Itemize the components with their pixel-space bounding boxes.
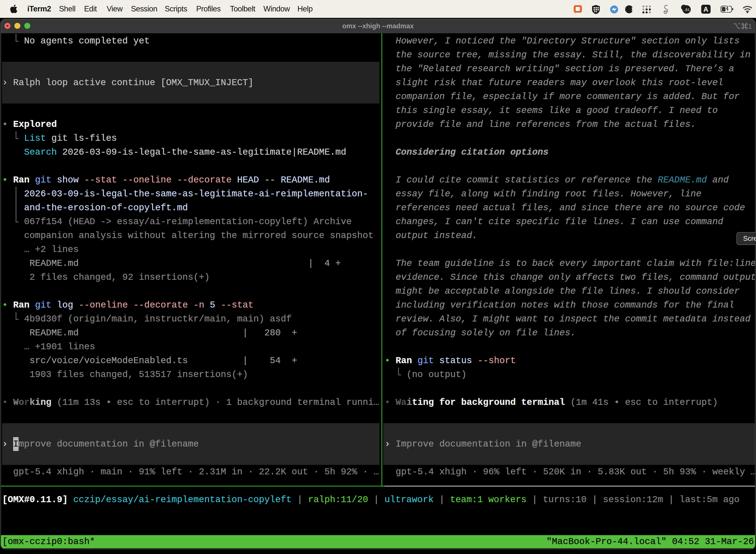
svg-text:A: A: [703, 6, 708, 13]
svg-text:..61: ..61: [683, 7, 690, 12]
